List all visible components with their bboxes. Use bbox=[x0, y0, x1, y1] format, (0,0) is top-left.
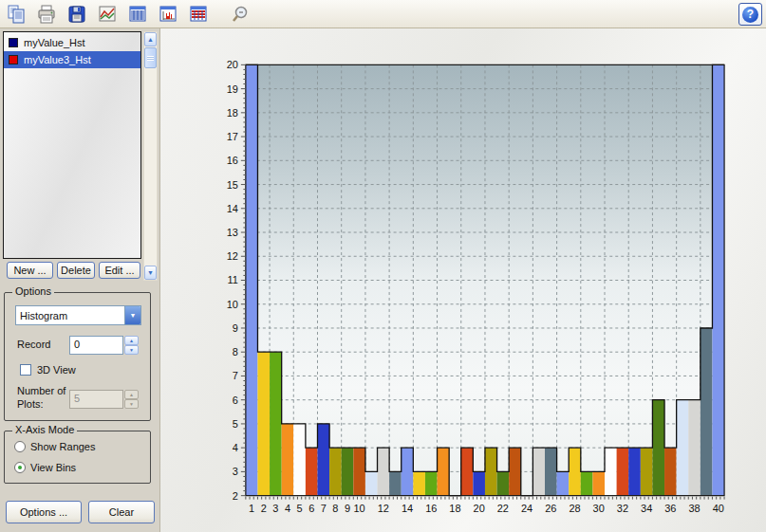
svg-text:9: 9 bbox=[345, 503, 350, 514]
show-ranges-radio[interactable]: Show Ranges bbox=[14, 441, 96, 452]
svg-text:4: 4 bbox=[233, 442, 238, 453]
svg-text:22: 22 bbox=[497, 503, 509, 514]
spin-up-icon[interactable]: ▲ bbox=[124, 336, 139, 345]
svg-text:16: 16 bbox=[425, 503, 437, 514]
list-item-label: myValue_Hst bbox=[24, 37, 85, 48]
svg-text:24: 24 bbox=[521, 503, 532, 514]
svg-text:34: 34 bbox=[641, 503, 652, 514]
view-bins-label: View Bins bbox=[30, 462, 76, 473]
plot-type-select[interactable]: Histogram ▼ bbox=[15, 305, 141, 325]
help-button[interactable]: ? bbox=[738, 3, 762, 26]
copy-icon[interactable] bbox=[4, 2, 28, 27]
svg-text:32: 32 bbox=[617, 503, 628, 514]
svg-text:12: 12 bbox=[378, 503, 389, 514]
delete-button[interactable]: Delete bbox=[57, 262, 95, 279]
svg-text:6: 6 bbox=[233, 394, 238, 406]
spin-down-icon: ▼ bbox=[124, 399, 139, 409]
view-bins-radio[interactable]: View Bins bbox=[14, 462, 76, 473]
svg-text:12: 12 bbox=[227, 250, 238, 262]
options-group-title: Options bbox=[12, 285, 54, 297]
svg-text:19: 19 bbox=[227, 83, 238, 95]
plot-type-value: Histogram bbox=[16, 310, 124, 321]
svg-text:14: 14 bbox=[227, 203, 238, 214]
svg-text:20: 20 bbox=[474, 503, 485, 514]
edit-button[interactable]: Edit ... bbox=[99, 262, 140, 279]
chevron-down-icon[interactable]: ▼ bbox=[124, 306, 140, 324]
num-plots-input: 5 bbox=[69, 390, 123, 409]
svg-text:2: 2 bbox=[233, 490, 238, 502]
svg-text:36: 36 bbox=[664, 503, 676, 514]
svg-text:5: 5 bbox=[297, 503, 303, 514]
svg-text:8: 8 bbox=[332, 503, 338, 514]
scroll-down-icon[interactable]: ▼ bbox=[144, 266, 157, 280]
plot-list: myValue_Hst myValue3_Hst bbox=[3, 31, 141, 259]
svg-text:13: 13 bbox=[227, 227, 238, 238]
svg-text:10: 10 bbox=[354, 503, 365, 514]
histogram-table-icon[interactable] bbox=[156, 2, 180, 27]
list-item-label: myValue3_Hst bbox=[24, 54, 91, 65]
svg-text:15: 15 bbox=[227, 179, 238, 191]
svg-text:8: 8 bbox=[233, 346, 238, 358]
svg-text:11: 11 bbox=[227, 274, 237, 285]
save-icon[interactable] bbox=[65, 2, 89, 27]
svg-text:18: 18 bbox=[449, 503, 460, 514]
record-label: Record bbox=[17, 339, 50, 350]
list-item-selected[interactable]: myValue3_Hst bbox=[4, 51, 140, 68]
sidebar-scrollbar[interactable]: ▲ ▼ bbox=[143, 31, 158, 281]
svg-text:4: 4 bbox=[285, 503, 290, 514]
histogram-chart: 2345678910111213141516171819201234567891… bbox=[160, 28, 766, 532]
num-plots-label-1: Number of bbox=[17, 385, 65, 396]
radio-icon[interactable] bbox=[14, 441, 26, 452]
toolbar: ? bbox=[0, 0, 766, 28]
xaxis-mode-group: X-Axis Mode Show Ranges View Bins bbox=[4, 431, 151, 484]
chart-panel: 2345678910111213141516171819201234567891… bbox=[159, 28, 766, 532]
svg-text:7: 7 bbox=[233, 370, 238, 381]
svg-text:38: 38 bbox=[688, 503, 700, 514]
svg-text:5: 5 bbox=[233, 418, 238, 430]
options-group: Options Histogram ▼ Record 0 ▲ ▼ 3D View… bbox=[4, 292, 151, 421]
list-item[interactable]: myValue_Hst bbox=[4, 34, 140, 51]
spin-up-icon: ▲ bbox=[124, 390, 139, 399]
svg-text:2: 2 bbox=[261, 503, 267, 514]
series-color-swatch bbox=[9, 55, 18, 64]
record-stepper[interactable]: ▲ ▼ bbox=[124, 336, 139, 355]
svg-text:20: 20 bbox=[227, 59, 238, 70]
show-ranges-label: Show Ranges bbox=[30, 441, 96, 452]
table-values-icon[interactable] bbox=[186, 2, 211, 27]
svg-text:40: 40 bbox=[713, 503, 724, 514]
num-plots-label-2: Plots: bbox=[17, 398, 44, 410]
table-icon[interactable] bbox=[125, 2, 150, 27]
chart-icon[interactable] bbox=[95, 2, 120, 27]
record-input[interactable]: 0 bbox=[69, 336, 123, 355]
svg-text:6: 6 bbox=[308, 503, 314, 514]
svg-text:3: 3 bbox=[233, 466, 238, 477]
svg-text:16: 16 bbox=[227, 155, 238, 166]
num-plots-stepper: ▲ ▼ bbox=[124, 390, 139, 409]
svg-text:26: 26 bbox=[545, 503, 556, 514]
svg-text:7: 7 bbox=[321, 503, 327, 514]
3d-view-label: 3D View bbox=[37, 364, 76, 376]
series-color-swatch bbox=[9, 38, 18, 47]
options-button[interactable]: Options ... bbox=[6, 501, 82, 523]
3d-view-checkbox[interactable] bbox=[20, 364, 31, 376]
radio-selected-icon[interactable] bbox=[14, 462, 26, 473]
new-button[interactable]: New ... bbox=[7, 262, 53, 279]
svg-text:1: 1 bbox=[249, 503, 254, 514]
scroll-up-icon[interactable]: ▲ bbox=[144, 32, 157, 46]
svg-text:30: 30 bbox=[593, 503, 605, 514]
print-icon[interactable] bbox=[34, 2, 59, 27]
xaxis-group-title: X-Axis Mode bbox=[12, 424, 77, 435]
zoom-icon[interactable] bbox=[228, 2, 252, 27]
svg-text:3: 3 bbox=[272, 503, 278, 514]
svg-text:14: 14 bbox=[402, 503, 413, 514]
sidebar: myValue_Hst myValue3_Hst ▲ ▼ New ... Del… bbox=[0, 28, 159, 532]
scrollbar-thumb[interactable] bbox=[144, 47, 157, 68]
clear-button[interactable]: Clear bbox=[88, 501, 155, 523]
svg-text:17: 17 bbox=[227, 131, 238, 142]
help-icon: ? bbox=[742, 7, 758, 23]
svg-text:9: 9 bbox=[233, 322, 238, 334]
svg-text:28: 28 bbox=[569, 503, 580, 514]
svg-text:18: 18 bbox=[227, 107, 238, 119]
svg-text:10: 10 bbox=[227, 299, 238, 310]
spin-down-icon[interactable]: ▼ bbox=[124, 345, 139, 355]
